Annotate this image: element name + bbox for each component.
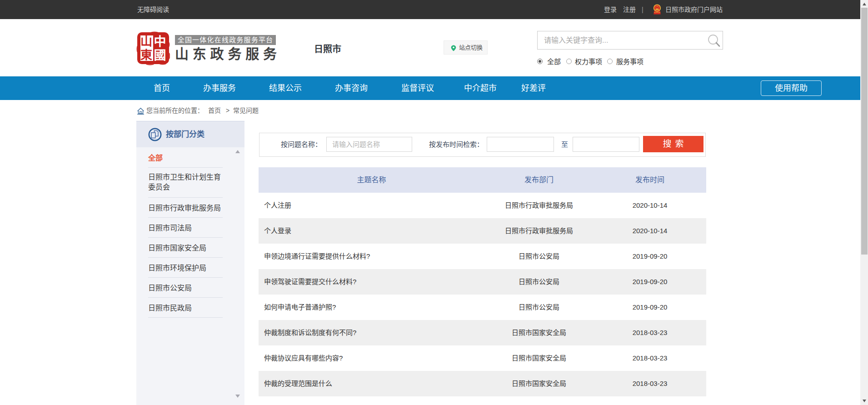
svg-text:山: 山 <box>140 35 152 48</box>
svg-text:國: 國 <box>154 49 166 62</box>
svg-text:東: 東 <box>140 49 152 62</box>
svg-text:中: 中 <box>154 35 166 49</box>
